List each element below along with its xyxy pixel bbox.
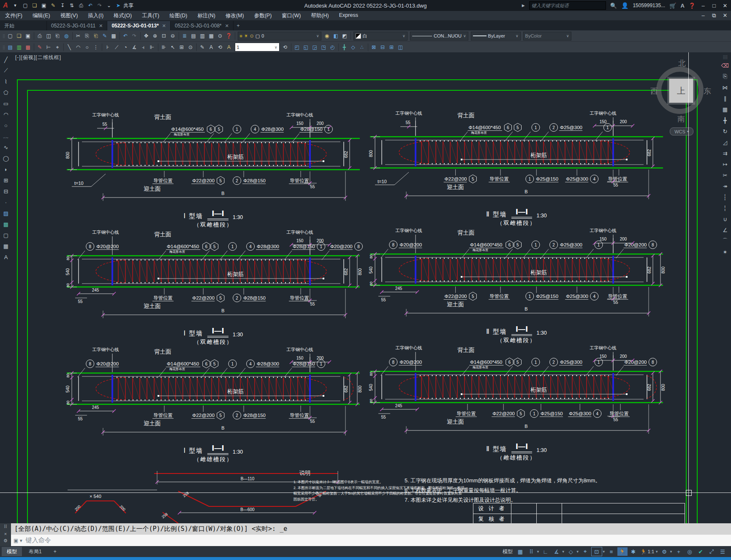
viewport-controls[interactable]: [-][俯视][二维线框] — [15, 54, 61, 61]
save-icon[interactable]: ▣ — [24, 32, 33, 41]
menu-标注(N)[interactable]: 标注(N) — [193, 12, 220, 19]
user-icon[interactable]: 👤 — [621, 2, 628, 9]
viewcube-west[interactable]: 西 — [650, 86, 658, 96]
new-icon[interactable]: ▢ — [6, 32, 15, 41]
new-icon[interactable]: ▢ — [21, 1, 30, 10]
viewcube-top-face[interactable]: 上 — [669, 78, 693, 103]
layer-off-icon[interactable]: ▦ — [207, 32, 216, 41]
layer-properties-icon[interactable]: ≣ — [180, 32, 189, 41]
revision-cloud-icon[interactable]: ﹏ — [1, 132, 11, 141]
layer-match-icon[interactable]: ◧ — [332, 32, 340, 41]
origin-ucs-icon[interactable]: ╋ — [340, 43, 349, 51]
view-ucs-icon[interactable]: ◴ — [328, 43, 337, 51]
doc-tab-05222-S-JG-01-011[interactable]: 05222-S-JG-01-011✕ — [47, 21, 107, 30]
toolbar-grip[interactable]: ⣿ — [3, 34, 5, 38]
menu-参数(P)[interactable]: 参数(P) — [249, 12, 277, 19]
layer-previous-icon[interactable]: ◩ — [340, 32, 349, 41]
object-ucs-icon[interactable]: ◳ — [319, 43, 328, 51]
scale-icon[interactable]: ◿ — [720, 138, 730, 147]
viewcube-east[interactable]: 东 — [704, 86, 711, 96]
dim-text-edit-icon[interactable]: A — [207, 43, 216, 51]
isolate-objects-toggle[interactable]: ◎ — [685, 547, 695, 556]
dim-linear-icon[interactable]: ⊦ — [103, 43, 112, 51]
edit-block-icon[interactable]: ▩ — [109, 32, 118, 41]
tab-close-icon[interactable]: ✕ — [99, 23, 103, 29]
erase-icon[interactable]: ⌫ — [720, 61, 730, 70]
save-icon[interactable]: ▣ — [40, 1, 48, 10]
dim-edit-icon[interactable]: ✎ — [198, 43, 207, 51]
plot-preview-icon[interactable]: ◫ — [44, 32, 53, 41]
circle-icon[interactable]: ○ — [1, 121, 11, 130]
redo-arrow-icon[interactable]: ↷ — [130, 32, 139, 41]
trim-icon[interactable]: ✂ — [720, 170, 730, 180]
redo-icon[interactable]: ↷ — [95, 1, 104, 10]
menu-Express[interactable]: Express — [334, 12, 363, 18]
menu-文件(F)[interactable]: 文件(F) — [0, 12, 27, 19]
fillet-icon[interactable]: ⌒ — [720, 236, 730, 246]
plot-icon[interactable]: ⎙ — [35, 32, 44, 41]
copy-icon[interactable]: ⎘ — [720, 72, 730, 81]
zoom-realtime-icon[interactable]: ⊕ — [151, 32, 160, 41]
gradient-icon[interactable]: ▩ — [1, 219, 11, 229]
isometric-drafting-toggle[interactable]: ◇ — [566, 547, 576, 556]
command-input[interactable]: ▣ ▾ 键入命令 — [11, 535, 731, 546]
tool-palettes-icon[interactable]: ▩ — [24, 43, 33, 51]
menu-窗口(W)[interactable]: 窗口(W) — [277, 12, 306, 19]
apply-ucs-icon[interactable]: ◫ — [396, 43, 405, 51]
menu-工具(T)[interactable]: 工具(T) — [137, 12, 164, 19]
menu-帮助(H)[interactable]: 帮助(H) — [306, 12, 334, 19]
chevron-down-icon[interactable]: ▼ — [576, 550, 579, 554]
make-block-icon[interactable]: ⊟ — [1, 187, 11, 196]
line-icon[interactable]: ╱ — [1, 55, 11, 64]
region-icon[interactable]: ▢ — [1, 230, 11, 240]
measure-icon[interactable]: ⊢ — [44, 43, 53, 51]
mirror-icon[interactable]: ⋈ — [720, 83, 730, 92]
move-icon[interactable]: ╋ — [720, 116, 730, 125]
hatch-icon[interactable]: ▨ — [1, 208, 11, 218]
face-ucs-icon[interactable]: ◲ — [310, 43, 319, 51]
lineweight-dropdown[interactable]: ByLayer ∨ — [471, 32, 521, 41]
world-ucs-icon[interactable]: ◱ — [302, 43, 310, 51]
z-axis-ucs-icon[interactable]: ◇ — [349, 43, 358, 51]
snap-mode-toggle[interactable]: ⠿ — [526, 547, 536, 556]
chevron-down-icon[interactable]: ▼ — [669, 550, 673, 554]
model-space-label[interactable]: 模型 — [503, 548, 513, 555]
markup-icon[interactable]: ✎ — [35, 43, 44, 51]
linetype-dropdown[interactable]: CON...NUOU ∨ — [410, 32, 468, 41]
center-mark-icon[interactable]: ⊙ — [186, 43, 195, 51]
window-close-button[interactable]: ✕ — [722, 3, 728, 9]
stretch-icon[interactable]: ⇉ — [720, 149, 730, 158]
new-layout-button[interactable]: + — [49, 547, 62, 556]
viewcube-south[interactable]: 南 — [677, 114, 685, 124]
export-icon[interactable]: ↧ — [58, 1, 67, 10]
color-dropdown[interactable]: 白 ∨ — [353, 32, 408, 41]
command-close-icon[interactable]: × — [4, 531, 7, 536]
window-minimize-button[interactable]: – — [700, 3, 707, 9]
help-icon[interactable]: ❓ — [225, 32, 234, 41]
customize-icon[interactable]: ⌄ — [105, 1, 113, 10]
graphics-performance-toggle[interactable]: ✔ — [696, 547, 706, 556]
dim-aligned-icon[interactable]: ⟋ — [112, 43, 121, 51]
insert-block-icon[interactable]: ⊞ — [1, 176, 11, 185]
menu-编辑(E)[interactable]: 编辑(E) — [27, 12, 55, 19]
break-at-point-icon[interactable]: ┆ — [720, 192, 730, 202]
dim-update-icon[interactable]: ⟲ — [216, 43, 225, 51]
doc-close-button[interactable]: ✕ — [722, 12, 728, 19]
annotation-visibility-toggle[interactable]: 🏃 — [617, 547, 628, 556]
doc-tab-开始[interactable]: 开始 — [0, 21, 47, 30]
window-maximize-button[interactable]: □ — [711, 3, 717, 9]
app-logo-icon[interactable]: A — [0, 1, 11, 10]
workspace-switching-toggle[interactable]: ⚙ — [659, 547, 669, 556]
menu-修改(M)[interactable]: 修改(M) — [220, 12, 249, 19]
chevron-down-icon[interactable]: ▼ — [562, 550, 565, 554]
dim-continue-icon[interactable]: ⊩ — [148, 43, 157, 51]
pan-icon[interactable]: ✥ — [142, 32, 151, 41]
open-icon[interactable]: ❏ — [15, 32, 24, 41]
lineweight-display-toggle[interactable]: ≡ — [606, 547, 617, 556]
cart-icon[interactable]: 🛒 — [669, 3, 676, 9]
customization-toggle[interactable]: ☰ — [717, 547, 728, 556]
ortho-mode-toggle[interactable]: ∟ — [541, 547, 551, 556]
array-icon[interactable]: ▦ — [720, 105, 730, 114]
annotation-scale-toggle[interactable]: 🏃1:1 — [639, 547, 655, 556]
properties-icon[interactable]: ▤ — [6, 43, 15, 51]
